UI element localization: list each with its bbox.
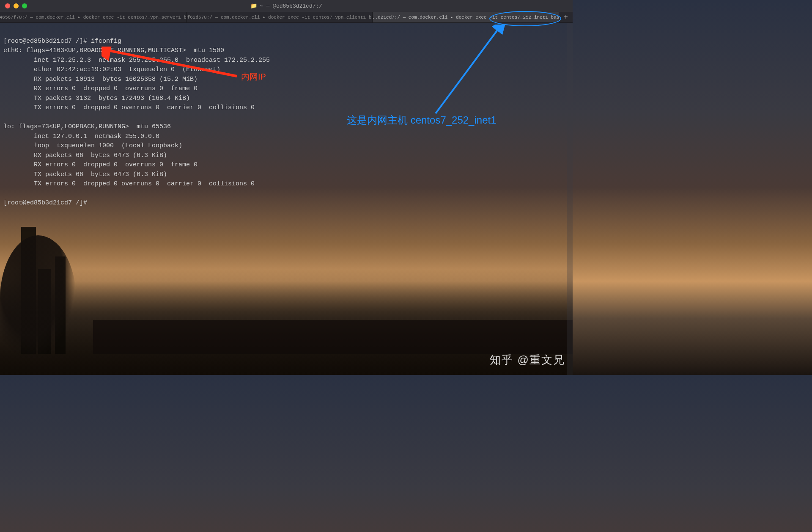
terminal-line: RX errors 0 dropped 0 overruns 0 frame 0 — [3, 161, 198, 168]
tab-label: ...d21cd7:/ — com.docker.cli ▸ docker ex… — [373, 14, 559, 20]
terminal-line: [root@ed85b3d21cd7 /]# ifconfig — [3, 38, 121, 45]
terminal-line: ether 02:42:ac:19:02:03 txqueuelen 0 (Et… — [3, 66, 220, 73]
close-button[interactable] — [5, 3, 10, 8]
terminal-line: RX errors 0 dropped 0 overruns 0 frame 0 — [3, 85, 198, 92]
terminal-line: RX packets 66 bytes 6473 (6.3 KiB) — [3, 152, 167, 159]
terminal-line: lo: flags=73<UP,LOOPBACK,RUNNING> mtu 65… — [3, 123, 171, 130]
terminal-line: [root@ed85b3d21cd7 /]# — [3, 199, 87, 207]
terminal-line: TX errors 0 dropped 0 overruns 0 carrier… — [3, 180, 255, 187]
tab-vpn-server1[interactable]: ...46567f78:/ — com.docker.cli ▸ docker … — [0, 12, 187, 22]
minimize-button[interactable] — [14, 3, 19, 8]
window-title-text: ~ — @ed85b3d21cd7:/ — [260, 3, 322, 9]
background-buildings — [8, 269, 573, 354]
scrollbar[interactable] — [567, 23, 573, 375]
traffic-lights — [0, 3, 27, 8]
folder-icon: 📁 — [250, 3, 257, 9]
annotation-label-blue: 这是内网主机 centos7_252_inet1 — [347, 113, 497, 127]
background-figure — [0, 235, 76, 362]
tab-252-inet1[interactable]: ...d21cd7:/ — com.docker.cli ▸ docker ex… — [373, 12, 559, 22]
terminal-line: TX errors 0 dropped 0 overruns 0 carrier… — [3, 104, 255, 111]
terminal-line: inet 172.25.2.3 netmask 255.255.255.0 br… — [3, 57, 270, 64]
annotation-label-red: 内网IP — [241, 71, 266, 83]
plus-icon: + — [564, 14, 568, 21]
tab-label: ...46567f78:/ — com.docker.cli ▸ docker … — [0, 14, 187, 20]
terminal-line: TX packets 66 bytes 6473 (6.3 KiB) — [3, 171, 167, 178]
watermark: 知乎 @重文兄 — [490, 353, 565, 367]
tab-label: ...f62d578:/ — com.docker.cli ▸ docker e… — [187, 14, 373, 20]
window-title: 📁 ~ — @ed85b3d21cd7:/ — [250, 3, 322, 9]
terminal-line: inet 127.0.0.1 netmask 255.0.0.0 — [3, 133, 159, 140]
maximize-button[interactable] — [22, 3, 27, 8]
terminal-line: loop txqueuelen 1000 (Local Loopback) — [3, 142, 182, 149]
terminal-line: TX packets 3132 bytes 172493 (168.4 KiB) — [3, 95, 190, 102]
window-titlebar: 📁 ~ — @ed85b3d21cd7:/ — [0, 0, 573, 12]
tab-vpn-client1[interactable]: ...f62d578:/ — com.docker.cli ▸ docker e… — [187, 12, 373, 22]
new-tab-button[interactable]: + — [559, 12, 573, 22]
terminal-line: RX packets 10913 bytes 16025358 (15.2 Mi… — [3, 76, 198, 83]
tab-bar: ...46567f78:/ — com.docker.cli ▸ docker … — [0, 12, 573, 23]
terminal-line: eth0: flags=4163<UP,BROADCAST,RUNNING,MU… — [3, 47, 224, 54]
